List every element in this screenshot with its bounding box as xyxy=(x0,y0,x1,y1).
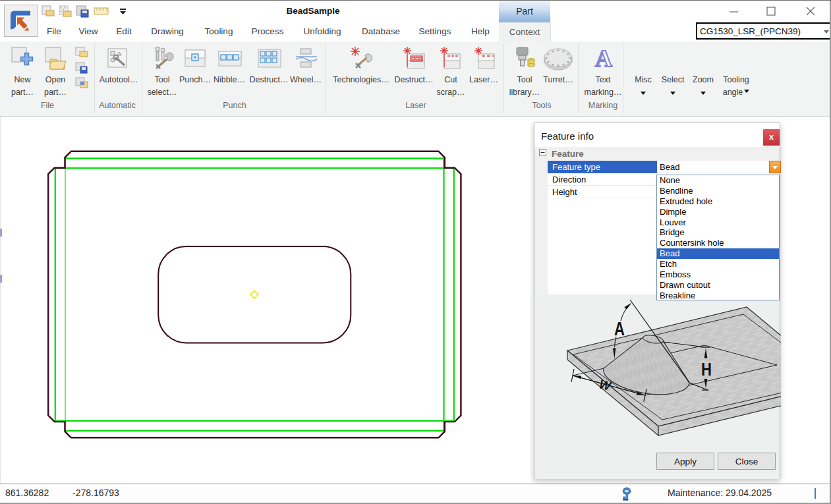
svg-text:H: H xyxy=(701,359,712,379)
svg-text:A: A xyxy=(614,318,625,339)
svg-text:A: A xyxy=(595,46,612,71)
